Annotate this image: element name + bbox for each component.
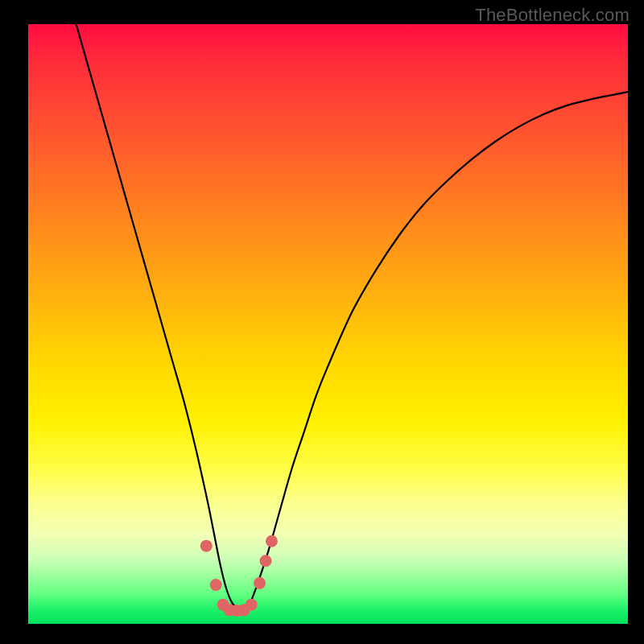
- chart-frame: TheBottleneck.com: [0, 0, 644, 644]
- marker-dot: [266, 535, 278, 547]
- curve-svg: [28, 24, 628, 624]
- marker-dot: [260, 555, 272, 567]
- watermark-label: TheBottleneck.com: [475, 5, 630, 26]
- marker-layer: [200, 535, 278, 617]
- bottleneck-curve: [76, 24, 628, 609]
- plot-area: [28, 24, 628, 624]
- marker-dot: [246, 599, 258, 611]
- marker-dot: [200, 540, 213, 552]
- marker-dot: [210, 579, 222, 591]
- marker-dot: [254, 577, 266, 589]
